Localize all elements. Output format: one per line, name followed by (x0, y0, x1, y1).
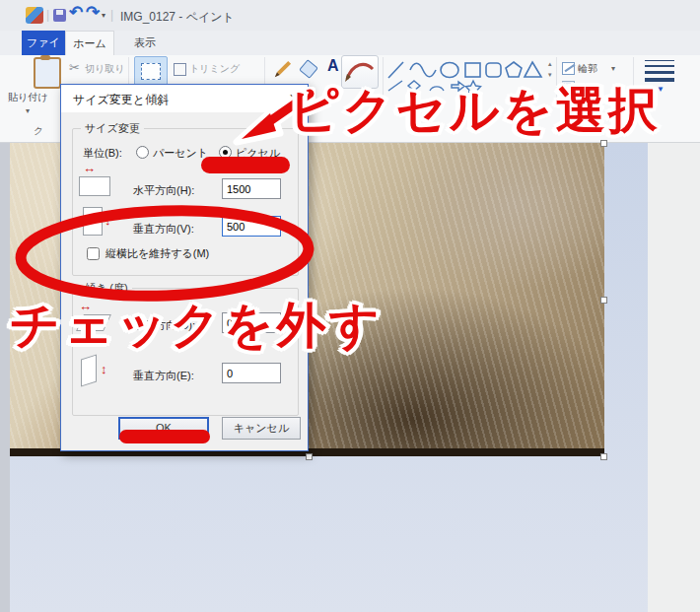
selection-handle-bottom-right[interactable] (600, 453, 607, 460)
paste-dropdown-icon[interactable]: ▾ (26, 106, 30, 115)
text-tool-icon[interactable]: A (327, 57, 339, 75)
horizontal-resize-icon (79, 176, 110, 196)
paint-logo-icon (26, 7, 43, 24)
quick-access-dropdown-icon[interactable]: ▾ (102, 11, 105, 20)
paste-label[interactable]: 貼り付け (8, 91, 47, 104)
clipboard-group-label: ク (34, 124, 43, 138)
paint-window: | ↶ ↷ ▾ | IMG_0127 - ペイント ファイル ホーム 表示 貼り… (0, 0, 700, 612)
resize-group-label: サイズ変更 (81, 121, 144, 136)
outline-dropdown-icon[interactable]: ▾ (611, 64, 615, 73)
canvas-outside-area (648, 143, 700, 612)
title-bar: | ↶ ↷ ▾ | IMG_0127 - ペイント (0, 0, 700, 31)
crop-icon[interactable] (174, 63, 186, 76)
horizontal-input[interactable] (222, 178, 281, 199)
outline-icon[interactable] (562, 62, 575, 75)
separator: | (46, 8, 49, 22)
skew-vertical-icon (81, 354, 97, 386)
select-icon (141, 63, 161, 80)
tab-view[interactable]: 表示 (122, 31, 168, 55)
redo-icon[interactable]: ↷ (86, 3, 100, 23)
fill-bucket-icon[interactable] (299, 59, 318, 79)
window-title: IMG_0127 - ペイント (120, 9, 235, 26)
tab-home[interactable]: ホーム (65, 31, 114, 55)
unit-label: 単位(B): (83, 146, 122, 161)
annotation-underline-ok (119, 430, 210, 443)
selection-handle-bottom-mid[interactable] (306, 453, 313, 460)
skew-vertical-label: 垂直方向(E): (133, 369, 194, 383)
horizontal-label: 水平方向(H): (133, 183, 194, 198)
selection-handle-mid-right[interactable] (600, 297, 607, 304)
annotation-ellipse (14, 203, 319, 304)
radio-percent-label[interactable]: パーセント (153, 146, 208, 161)
skew-vertical-arrow-icon: ↕ (101, 362, 107, 376)
cut-label[interactable]: 切り取り (85, 62, 124, 76)
cancel-button[interactable]: キャンセル (222, 417, 301, 440)
paste-icon[interactable] (34, 57, 61, 89)
crop-label[interactable]: トリミング (189, 62, 240, 76)
cut-icon[interactable]: ✂ (69, 60, 80, 75)
undo-icon[interactable]: ↶ (69, 3, 83, 23)
dialog-title: サイズ変更と傾斜 (73, 92, 169, 108)
annotation-uncheck-text: チェックを外す (10, 293, 383, 359)
radio-percent[interactable] (136, 146, 149, 159)
horizontal-arrow-icon: ↔ (83, 161, 96, 175)
skew-vertical-input[interactable] (222, 363, 281, 383)
pencil-tool-icon[interactable] (277, 61, 291, 75)
tab-file[interactable]: ファイル (22, 31, 65, 55)
canvas-left-margin (0, 143, 10, 612)
annotation-select-pixels-text: ピクセルを選択 (289, 78, 661, 144)
shapes-scroll-up-icon[interactable]: ▴ (548, 59, 552, 68)
separator: | (110, 8, 113, 22)
outline-label[interactable]: 輪郭 (578, 62, 597, 76)
save-icon[interactable] (53, 9, 66, 22)
annotation-underline-pixels (201, 157, 290, 173)
